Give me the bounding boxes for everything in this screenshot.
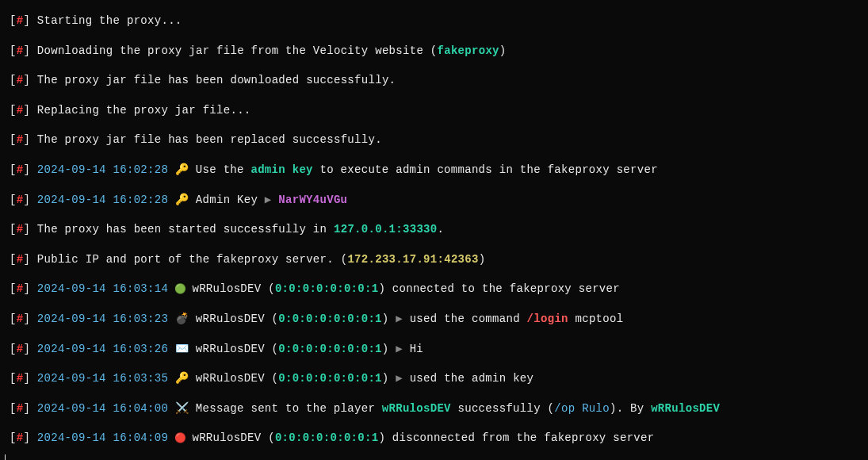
log-line: [#] 2024-09-14 16:03:35 🔑 wRRulosDEV (0:…: [3, 364, 865, 394]
log-line: [#] 2024-09-14 16:02:28 🔑 Use the admin …: [3, 155, 865, 186]
admin-key-label: admin key: [250, 163, 312, 176]
key-icon: 🔑: [168, 372, 196, 385]
timestamp: 2024-09-14 16:03:23: [37, 312, 168, 325]
op-command: /op Rulo: [554, 402, 610, 415]
username: wRRulosDEV: [196, 372, 265, 385]
log-text: The proxy has been started successfully …: [37, 223, 334, 236]
log-text: Replacing the proxy jar file...: [37, 104, 251, 117]
timestamp: 2024-09-14 16:04:09: [37, 431, 168, 444]
local-ip: 127.0.0.1:33330: [334, 223, 438, 236]
swords-icon: ⚔️: [168, 402, 196, 415]
command: /login: [527, 312, 575, 325]
username: wRRulosDEV: [382, 402, 451, 415]
bomb-icon: 💣: [168, 312, 196, 325]
username: wRRulosDEV: [192, 282, 261, 295]
client-ip: 0:0:0:0:0:0:0:1: [278, 312, 382, 325]
key-icon: 🔑 Use the: [168, 163, 250, 176]
timestamp: 2024-09-14 16:03:26: [37, 343, 168, 355]
admin-key-value: NarWY4uVGu: [278, 194, 347, 206]
timestamp: 2024-09-14 16:03:35: [37, 372, 168, 385]
key-icon: 🔑 Admin Key: [168, 194, 265, 206]
client-ip: 0:0:0:0:0:0:0:1: [278, 343, 382, 355]
log-text: The proxy jar file has been downloaded s…: [37, 74, 396, 86]
log-text: Downloading the proxy jar file from the …: [37, 44, 430, 57]
timestamp: 2024-09-14 16:04:00: [37, 402, 168, 415]
log-line: [#] 2024-09-14 16:04:09 🔴 wRRulosDEV (0:…: [3, 424, 865, 454]
bracket-right: ]: [23, 14, 30, 27]
client-ip: 0:0:0:0:0:0:0:1: [278, 372, 382, 385]
log-line: [#] Downloading the proxy jar file from …: [3, 36, 865, 67]
proxy-name: fakeproxy: [438, 44, 499, 57]
mail-icon: ✉️: [168, 343, 196, 355]
log-line: [#] 2024-09-14 16:03:23 💣 wRRulosDEV (0:…: [3, 305, 865, 335]
arrow-icon: ▶: [396, 372, 409, 385]
bracket-left: [: [10, 14, 17, 27]
client-ip: 0:0:0:0:0:0:0:1: [275, 431, 379, 444]
log-line: [#] 2024-09-14 16:03:26 ✉️ wRRulosDEV (0…: [3, 335, 865, 365]
red-dot-icon: 🔴: [168, 433, 192, 444]
log-line: [#] 2024-09-14 16:02:28 🔑 Admin Key ▶ Na…: [3, 186, 865, 216]
client-ip: 0:0:0:0:0:0:0:1: [275, 282, 379, 295]
username: wRRulosDEV: [196, 312, 265, 325]
log-line: [#] Starting the proxy...: [3, 6, 865, 36]
timestamp: 2024-09-14 16:02:28: [37, 163, 168, 176]
arrow-icon: ▶: [396, 312, 409, 325]
arrow-icon: ▶: [265, 194, 278, 206]
log-line: [#] Public IP and port of the fakeproxy …: [3, 245, 865, 275]
timestamp: 2024-09-14 16:03:14: [37, 282, 168, 295]
arrow-icon: ▶: [396, 343, 409, 355]
log-text: Public IP and port of the fakeproxy serv…: [37, 253, 341, 266]
log-line: [#] Replacing the proxy jar file...: [3, 96, 865, 126]
log-line: [#] The proxy jar file has been replaced…: [3, 125, 865, 155]
username: wRRulosDEV: [192, 431, 261, 444]
cursor-icon: [5, 454, 6, 460]
log-text: Starting the proxy...: [37, 14, 182, 27]
public-ip: 172.233.17.91:42363: [347, 253, 478, 266]
log-line: [#] The proxy has been started successfu…: [3, 215, 865, 245]
log-line: [#] 2024-09-14 16:04:00 ⚔️ Message sent …: [3, 394, 865, 424]
timestamp: 2024-09-14 16:02:28: [37, 194, 168, 206]
log-line: [#] 2024-09-14 16:03:14 🟢 wRRulosDEV (0:…: [3, 274, 865, 305]
by-username: wRRulosDEV: [651, 402, 720, 415]
cursor-line[interactable]: [3, 454, 865, 460]
message-text: Hi: [410, 343, 423, 355]
log-text: The proxy jar file has been replaced suc…: [37, 133, 382, 146]
log-line: [#] The proxy jar file has been download…: [3, 66, 865, 96]
green-dot-icon: 🟢: [168, 284, 192, 295]
username: wRRulosDEV: [196, 343, 265, 355]
